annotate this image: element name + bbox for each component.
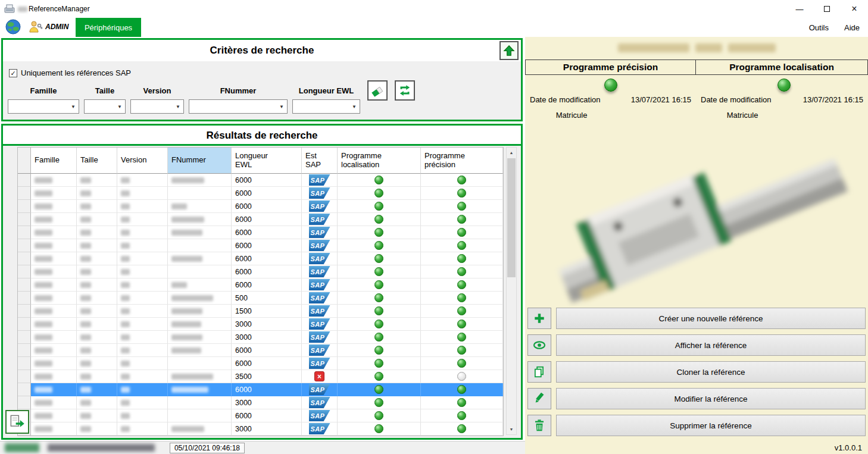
table-row[interactable]: 6000SAP (18, 383, 503, 396)
eye-icon-button[interactable] (527, 334, 551, 356)
refresh-button[interactable] (395, 80, 415, 101)
vertical-scrollbar[interactable]: ▲ ▼ (506, 147, 517, 435)
status-on-icon (457, 306, 466, 315)
sap-logo-icon: SAP (309, 266, 330, 277)
search-criteria-title: Critères de recherche (3, 40, 521, 61)
redacted-text (618, 43, 689, 52)
sap-only-checkbox[interactable]: ✓ (9, 69, 17, 77)
sap-logo-icon: SAP (309, 384, 330, 395)
table-row[interactable]: 3000SAP (18, 422, 503, 436)
scroll-down-button[interactable]: ▼ (507, 424, 516, 434)
status-on-icon (457, 176, 466, 184)
cell-famille (31, 187, 77, 200)
table-row[interactable]: 6000SAP (18, 213, 503, 226)
cell-programme-precision (421, 357, 503, 370)
action-button-4[interactable]: Supprimer la référence (556, 415, 866, 436)
filter-select-version[interactable]: ▼ (130, 99, 184, 114)
cell-longueur-ewl: 500 (232, 292, 302, 305)
export-button[interactable] (5, 410, 29, 434)
filter-label-taille: Taille (84, 86, 126, 95)
column-header-programme-localisation[interactable]: Programme localisation (338, 148, 421, 174)
copy-icon-button[interactable] (527, 361, 551, 383)
globe-icon (5, 19, 21, 35)
action-button-1[interactable]: Afficher la référence (556, 334, 866, 356)
table-row[interactable]: 6000SAP (18, 226, 503, 239)
close-button[interactable]: × (841, 0, 868, 18)
cell-taille (77, 318, 117, 331)
plus-icon-button[interactable] (527, 308, 551, 329)
cell-taille (77, 174, 117, 187)
admin-user-icon (29, 20, 43, 33)
cell-programme-localisation (338, 239, 421, 252)
column-header-programme-precision[interactable]: Programme précision (421, 148, 503, 174)
menu-outils[interactable]: Outils (809, 23, 829, 32)
tab-peripheriques[interactable]: Périphériques (76, 18, 141, 37)
table-row[interactable]: 6000SAP (18, 357, 503, 370)
cell-programme-localisation (338, 265, 421, 278)
pencil-icon-button[interactable] (527, 388, 551, 409)
column-header-taille[interactable]: Taille (77, 148, 117, 174)
filter-select-fnummer[interactable]: ▼ (189, 99, 288, 114)
table-row[interactable]: 3000SAP (18, 396, 503, 409)
collapse-button[interactable] (499, 41, 519, 60)
column-header-est-sap[interactable]: Est SAP (302, 148, 338, 174)
table-row[interactable]: 6000SAP (18, 278, 503, 292)
cell-taille (77, 213, 117, 226)
action-button-2[interactable]: Cloner la référence (556, 361, 866, 383)
filter-select-longueur-ewl[interactable]: ▼ (292, 99, 360, 114)
status-on-icon (457, 385, 466, 394)
cell-version (117, 305, 168, 318)
sap-logo-icon: SAP (309, 423, 330, 434)
table-row[interactable]: 6000SAP (18, 187, 503, 200)
status-off-icon (457, 372, 466, 381)
table-row[interactable]: 3000SAP (18, 318, 503, 331)
sap-logo-icon: SAP (309, 410, 330, 421)
search-results-body: Famille Taille Version FNummer Longueur … (3, 146, 521, 436)
table-row[interactable]: 6000SAP (18, 174, 503, 187)
cell-est-sap: SAP (302, 396, 338, 409)
table-row[interactable]: 3500× (18, 370, 503, 383)
minimize-button[interactable]: — (786, 0, 813, 18)
cell-programme-localisation (338, 370, 421, 383)
row-header-cell (18, 396, 31, 409)
clear-filters-button[interactable] (367, 80, 388, 101)
status-on-icon (457, 267, 466, 276)
chevron-down-icon: ▼ (352, 104, 357, 109)
cell-fnummer (168, 187, 232, 200)
sap-logo-icon: SAP (309, 358, 330, 369)
table-row[interactable]: 6000SAP (18, 200, 503, 213)
table-row[interactable]: 6000SAP (18, 252, 503, 265)
globe-button[interactable] (5, 19, 21, 36)
action-button-3[interactable]: Modifier la référence (556, 388, 866, 409)
scroll-up-button[interactable]: ▲ (507, 148, 516, 158)
table-row[interactable]: 6000SAP (18, 344, 503, 357)
cell-programme-localisation (338, 422, 421, 436)
table-row[interactable]: 500SAP (18, 292, 503, 305)
column-header-longueur-ewl[interactable]: Longueur EWL (232, 148, 302, 174)
table-row[interactable]: 6000SAP (18, 265, 503, 278)
eraser-icon (371, 84, 384, 97)
trash-icon-button[interactable] (527, 415, 551, 436)
cell-taille (77, 265, 117, 278)
table-row[interactable]: 6000SAP (18, 239, 503, 252)
column-header-version[interactable]: Version (117, 148, 168, 174)
trash-icon (533, 419, 546, 432)
cell-famille (31, 278, 77, 292)
cell-programme-localisation (338, 318, 421, 331)
maximize-button[interactable] (813, 0, 841, 18)
column-header-famille[interactable]: Famille (31, 148, 77, 174)
filter-select-famille[interactable]: ▼ (8, 99, 79, 114)
menu-aide[interactable]: Aide (844, 23, 860, 32)
cell-taille (77, 344, 117, 357)
scrollbar-thumb[interactable] (507, 158, 516, 277)
cell-programme-localisation (338, 331, 421, 344)
column-header-fnummer[interactable]: FNummer (168, 148, 232, 174)
localisation-matricule-label: Matricule (707, 111, 778, 120)
status-on-icon (457, 241, 466, 250)
table-row[interactable]: 6000SAP (18, 409, 503, 422)
filter-select-taille[interactable]: ▼ (84, 99, 126, 114)
cell-programme-precision (421, 370, 503, 383)
action-button-0[interactable]: Créer une nouvelle référence (556, 308, 866, 329)
table-row[interactable]: 1500SAP (18, 305, 503, 318)
table-row[interactable]: 3000SAP (18, 331, 503, 344)
